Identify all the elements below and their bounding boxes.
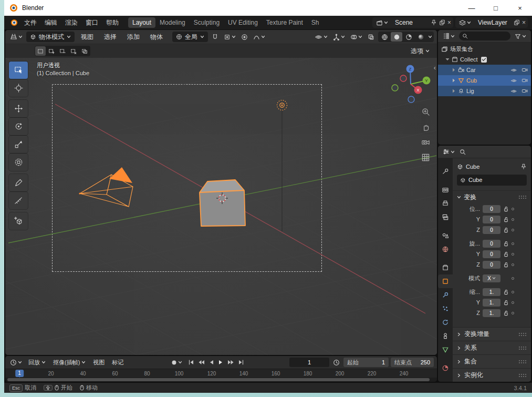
outliner-editor-type-icon[interactable] xyxy=(441,32,456,40)
breadcrumb-object-name[interactable]: Cube xyxy=(466,164,479,170)
axis-neg-z[interactable] xyxy=(408,96,414,103)
frame-end-field[interactable]: 结束点 250 xyxy=(391,358,434,367)
titlebar[interactable]: Blender — □ × xyxy=(4,0,532,16)
unlock-icon[interactable] xyxy=(503,217,509,222)
unlock-icon[interactable] xyxy=(503,251,509,257)
disclosure-right-icon[interactable] xyxy=(452,68,456,72)
workspace-tab-shading[interactable]: Sh xyxy=(307,17,321,28)
tool-add-cube[interactable] xyxy=(9,212,28,230)
relations-panel[interactable]: 关系 xyxy=(453,341,531,354)
next-keyframe-button[interactable] xyxy=(227,360,234,365)
axis-neg-x[interactable] xyxy=(400,75,406,82)
animate-dot[interactable] xyxy=(512,277,514,280)
panel-grip-icon[interactable] xyxy=(518,373,527,378)
tool-scale[interactable] xyxy=(9,136,28,153)
workspace-tab-modeling[interactable]: Modeling xyxy=(155,17,190,28)
filter-icon[interactable] xyxy=(513,32,528,40)
tab-collection-icon[interactable] xyxy=(438,261,453,274)
menu-edit[interactable]: 编辑 xyxy=(41,17,61,29)
minimize-button[interactable]: — xyxy=(460,0,484,16)
tab-material-icon[interactable] xyxy=(438,361,453,375)
viewport-menu-object[interactable]: 物体 xyxy=(146,31,167,43)
disable-render-icon[interactable] xyxy=(521,78,528,83)
animate-dot[interactable] xyxy=(512,312,514,314)
select-intersect-icon[interactable] xyxy=(79,46,90,56)
tab-scene-icon[interactable] xyxy=(438,229,453,242)
snap-magnet-icon[interactable] xyxy=(210,33,220,42)
editor-type-icon[interactable] xyxy=(8,32,24,42)
shading-dropdown-chevron[interactable] xyxy=(427,32,433,42)
transform-panel-header[interactable]: 变换 xyxy=(453,190,531,203)
panel-grip-icon[interactable] xyxy=(518,195,527,199)
region-collapse-chevron[interactable]: ‹ xyxy=(434,64,436,71)
options-dropdown[interactable]: 选项 xyxy=(411,47,432,56)
orientation-dropdown[interactable]: 全局 xyxy=(172,32,208,42)
animate-dot[interactable] xyxy=(512,218,514,221)
animate-dot[interactable] xyxy=(512,229,514,231)
animate-dot[interactable] xyxy=(512,263,514,266)
unlock-icon[interactable] xyxy=(503,227,509,233)
zoom-icon[interactable] xyxy=(421,107,430,116)
pin-id-icon[interactable] xyxy=(520,164,527,170)
maximize-button[interactable]: □ xyxy=(484,0,508,16)
camera-view-icon[interactable] xyxy=(421,138,430,147)
tab-modifiers-icon[interactable] xyxy=(438,288,453,302)
disclosure-right-icon[interactable] xyxy=(452,78,456,83)
proportional-falloff-icon[interactable] xyxy=(252,33,267,42)
scene-name[interactable]: Scene xyxy=(392,19,429,26)
blender-menu-icon[interactable] xyxy=(8,19,20,26)
tab-viewlayer-icon[interactable] xyxy=(438,210,453,224)
tab-object-icon[interactable] xyxy=(438,274,453,288)
properties-editor-type-icon[interactable] xyxy=(441,147,456,156)
unlock-icon[interactable] xyxy=(503,300,509,306)
rotation-z-field[interactable]: 0 xyxy=(483,261,500,269)
unlock-icon[interactable] xyxy=(503,206,509,212)
duplicate-viewlayer-icon[interactable] xyxy=(514,19,520,26)
viewport-menu-select[interactable]: 选择 xyxy=(100,31,121,43)
tab-particles-icon[interactable] xyxy=(438,302,453,315)
viewlayer-browse-icon[interactable] xyxy=(457,18,473,27)
disable-render-icon[interactable] xyxy=(521,88,528,94)
shading-solid-icon[interactable] xyxy=(391,32,402,42)
tool-move[interactable] xyxy=(9,100,28,117)
panel-grip-icon[interactable] xyxy=(518,360,527,364)
play-reverse-button[interactable] xyxy=(208,360,214,365)
menu-file[interactable]: 文件 xyxy=(20,17,40,29)
unlock-icon[interactable] xyxy=(503,289,509,295)
select-invert-icon[interactable] xyxy=(68,46,79,56)
animate-dot[interactable] xyxy=(512,291,514,293)
select-set-icon[interactable] xyxy=(35,46,46,56)
overlays-dropdown-icon[interactable] xyxy=(349,33,364,42)
current-frame-marker[interactable]: 1 xyxy=(15,370,24,377)
panel-grip-icon[interactable] xyxy=(518,332,527,337)
light-object[interactable] xyxy=(277,100,287,110)
pan-hand-icon[interactable] xyxy=(421,123,430,131)
tool-select-box[interactable] xyxy=(9,62,28,79)
snap-target-icon[interactable] xyxy=(222,33,237,42)
unlock-icon[interactable] xyxy=(503,262,509,268)
viewport-menu-view[interactable]: 视图 xyxy=(77,31,98,43)
use-preview-range-icon[interactable] xyxy=(331,359,341,366)
scale-x-field[interactable]: 1. xyxy=(483,288,500,296)
timeline-ruler[interactable]: 20 40 60 80 100 120 140 160 180 200 220 … xyxy=(5,369,437,378)
delta-transform-panel[interactable]: 变换增量 xyxy=(453,327,531,341)
outliner-search-field[interactable] xyxy=(459,32,510,40)
location-x-field[interactable]: 0 xyxy=(483,205,500,213)
unlock-icon[interactable] xyxy=(503,241,509,247)
gizmos-dropdown-icon[interactable] xyxy=(331,33,347,42)
visibility-dropdown-icon[interactable] xyxy=(313,33,329,42)
shading-material-icon[interactable] xyxy=(403,32,414,42)
disclosure-down-icon[interactable] xyxy=(445,58,450,61)
mode-dropdown[interactable]: 物体模式 xyxy=(26,32,75,42)
outliner-row-light[interactable]: Lig xyxy=(438,86,531,96)
camera-object[interactable] xyxy=(79,167,133,207)
close-button[interactable]: × xyxy=(508,0,532,16)
jump-to-start-button[interactable] xyxy=(188,360,194,365)
rotation-x-field[interactable]: 0 xyxy=(483,240,500,248)
frame-start-field[interactable]: 起始 1 xyxy=(343,358,389,367)
tool-cursor[interactable] xyxy=(9,79,28,97)
proportional-editing-icon[interactable] xyxy=(239,33,249,42)
animate-dot[interactable] xyxy=(512,242,514,245)
select-extend-icon[interactable] xyxy=(46,46,57,56)
playback-popover[interactable]: 回放 xyxy=(26,358,48,368)
